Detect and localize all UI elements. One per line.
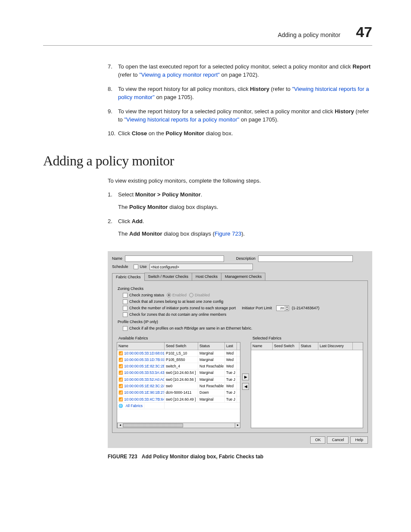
available-fabrics-header: Available Fabrics (117, 335, 240, 342)
bold-policy-monitor: Policy Monitor (166, 130, 205, 137)
transfer-arrows: ▶ ◀ (242, 335, 249, 428)
bold-report: Report (352, 63, 371, 70)
bold-add: Add (132, 218, 143, 224)
step-text: To view the report history for a selecte… (118, 108, 372, 124)
horizontal-scrollbar[interactable]: ◂▸ (117, 423, 240, 428)
ok-button[interactable]: OK (310, 436, 325, 444)
step-number: 10. (108, 130, 118, 138)
table-header: Name Seed Switch Status Last Discovery (251, 342, 363, 350)
schedule-field[interactable]: <Not configured> (149, 264, 253, 270)
move-right-button[interactable]: ▶ (242, 373, 249, 380)
section-intro: To view existing policy monitors, comple… (108, 177, 372, 185)
tab-fabric-checks[interactable]: Fabric Checks (112, 273, 145, 281)
table-row[interactable]: 📶 10:00:00:05:33:4C:7B:64sw0 [10.24.60.4… (117, 396, 240, 403)
table-row[interactable]: 📶 10:00:00:05:1E:82:3C:2Asw0Not Reachabl… (117, 383, 240, 389)
step-number: 1. (108, 191, 118, 212)
step-text: To view the report history for all polic… (118, 85, 372, 102)
check-zoning-status-label: Check zoning status (129, 292, 164, 298)
use-label: Use (140, 264, 147, 270)
available-fabrics-list[interactable]: Name Seed Switch Status Last 📶 10:00:00:… (117, 342, 240, 428)
check-zoning-status-checkbox[interactable] (123, 293, 128, 298)
step-text: Select Monitor > Policy Monitor. The Pol… (118, 191, 372, 212)
step-text: Click Add. The Add Monitor dialog box di… (118, 218, 372, 238)
section-heading: Adding a policy monitor (43, 151, 372, 171)
selected-fabrics-header: Selected Fabrics (251, 335, 363, 342)
name-input[interactable] (125, 255, 224, 262)
steps-adding: 1. Select Monitor > Policy Monitor. The … (108, 191, 372, 238)
check-profiles-label: Check if all the profiles on each RBridg… (129, 326, 252, 331)
check-online-members-label: Check for zones that do not contain any … (129, 312, 226, 317)
step-text: Click Close on the Policy Monitor dialog… (118, 130, 372, 138)
use-checkbox[interactable] (134, 264, 138, 269)
step-number: 8. (108, 85, 118, 102)
link-figure[interactable]: Figure 723 (215, 230, 241, 237)
link-historical-reports[interactable]: "Viewing historical reports for a policy… (124, 116, 239, 123)
check-zones-config-label: Check that all zones belong to at least … (129, 299, 223, 305)
initiator-port-limit-label: Initiator Port Limit (242, 305, 272, 311)
bold-history: History (335, 108, 354, 115)
bold-menu-path: Monitor > Policy Monitor (135, 191, 201, 198)
steps-continued: 7. To open the last executed report for … (108, 63, 372, 138)
check-online-members-checkbox[interactable] (123, 312, 128, 317)
description-input[interactable] (258, 255, 353, 262)
move-left-button[interactable]: ◀ (242, 383, 249, 390)
link-view-report[interactable]: "Viewing a policy monitor report" (139, 72, 220, 78)
dialog-buttons: OK Cancel Help (112, 436, 368, 444)
help-button[interactable]: Help (350, 436, 368, 444)
all-fabrics-row[interactable]: 🌐 All Fabrics (117, 403, 240, 409)
table-row[interactable]: 📶 10:00:00:05:33:52:A0:A0sw0 [10.24.60.5… (117, 376, 240, 383)
step-number: 9. (108, 108, 118, 124)
check-zones-config-checkbox[interactable] (123, 299, 128, 304)
bold-history: History (250, 86, 269, 92)
radio-disabled[interactable] (189, 293, 193, 297)
figure-caption: FIGURE 723 Add Policy Monitor dialog box… (108, 453, 372, 460)
initiator-port-limit-spinner[interactable]: 20 ▲▼ (276, 305, 289, 311)
table-row[interactable]: 📶 10:00:00:05:33:53:3A:43sw0 [10.24.60.5… (117, 370, 240, 376)
initiator-port-limit-range: (1-2147483647) (292, 305, 319, 311)
tab-management-checks[interactable]: Management Checks (221, 273, 265, 280)
step-number: 7. (108, 63, 118, 79)
radio-enabled[interactable] (167, 293, 171, 297)
check-initiator-ports-label: Check the number of initiator ports zone… (129, 305, 236, 311)
page-header: Adding a policy monitor 47 (43, 22, 372, 46)
table-row[interactable]: 📶 10:00:00:05:33:1D:7B:01P105_B550Margin… (117, 357, 240, 363)
table-header: Name Seed Switch Status Last (117, 342, 240, 350)
cancel-button[interactable]: Cancel (327, 436, 349, 444)
profile-checks-title: Profile Checks (IP only) (118, 319, 363, 325)
step-number: 2. (108, 218, 118, 238)
check-initiator-ports-checkbox[interactable] (123, 306, 128, 311)
check-profiles-checkbox[interactable] (123, 326, 128, 331)
add-monitor-dialog: Name Description Schedule Use <Not confi… (108, 251, 372, 448)
schedule-label: Schedule (112, 264, 128, 270)
tab-host-checks[interactable]: Host Checks (192, 273, 221, 280)
tabs-row: Fabric Checks Switch / Router Checks Hos… (112, 273, 368, 281)
selected-fabrics-list[interactable]: Name Seed Switch Status Last Discovery (251, 342, 363, 428)
description-label: Description (236, 256, 255, 261)
zoning-checks-title: Zoning Checks (118, 286, 363, 292)
name-label: Name (112, 256, 122, 261)
table-row[interactable]: 📶 10:00:00:05:1E:82:3C:2Bswitch_4Not Rea… (117, 363, 240, 370)
header-title: Adding a policy monitor (278, 31, 341, 39)
tab-switch-router-checks[interactable]: Switch / Router Checks (144, 273, 193, 280)
bold-close: Close (132, 130, 147, 137)
table-row[interactable]: 📶 10:00:00:05:1E:90:1B:27dcm-5000-1411Do… (117, 389, 240, 396)
fabric-checks-panel: Zoning Checks Check zoning status Enable… (112, 281, 368, 433)
table-row[interactable]: 📶 10:00:00:05:33:1D:68:01P102_LS_10Margi… (117, 350, 240, 357)
step-text: To open the last executed report for a s… (118, 63, 372, 79)
header-chapter: 47 (356, 22, 372, 43)
